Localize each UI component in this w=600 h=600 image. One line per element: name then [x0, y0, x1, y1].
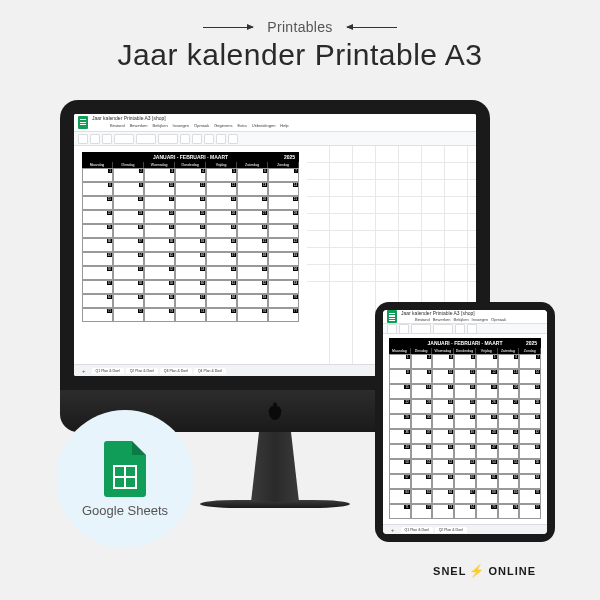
calendar-cell[interactable]: 6: [237, 168, 268, 182]
menu-bar[interactable]: Bestand Bewerken Bekijken Invoegen Opmaa…: [92, 121, 307, 131]
tool-bold-icon[interactable]: [455, 324, 465, 334]
calendar-cell[interactable]: 57: [389, 474, 411, 489]
calendar-cell[interactable]: 74: [454, 504, 476, 519]
calendar-cell[interactable]: 15: [82, 196, 113, 210]
menu-item[interactable]: Invoegen: [472, 317, 488, 322]
sheet-tab[interactable]: Q1 Plan & Doel: [92, 368, 124, 374]
tool-redo-icon[interactable]: [90, 134, 100, 144]
calendar-cell[interactable]: 56: [519, 459, 541, 474]
menu-item[interactable]: Gegevens: [214, 123, 232, 128]
calendar-cell[interactable]: 4: [175, 168, 206, 182]
calendar-cell[interactable]: 16: [411, 384, 433, 399]
calendar-cell[interactable]: 49: [519, 444, 541, 459]
calendar-cell[interactable]: 61: [206, 280, 237, 294]
calendar-cell[interactable]: 50: [389, 459, 411, 474]
tool-redo-icon[interactable]: [399, 324, 409, 334]
calendar-cell[interactable]: 11: [454, 369, 476, 384]
calendar-cell[interactable]: 23: [411, 399, 433, 414]
calendar-cell[interactable]: 5: [206, 168, 237, 182]
calendar-cell[interactable]: 65: [113, 294, 144, 308]
calendar-cell[interactable]: 65: [411, 489, 433, 504]
calendar-cell[interactable]: 76: [237, 308, 268, 322]
calendar-cell[interactable]: 30: [113, 224, 144, 238]
calendar-cell[interactable]: 13: [498, 369, 520, 384]
calendar-cell[interactable]: 41: [237, 238, 268, 252]
calendar-cell[interactable]: 58: [411, 474, 433, 489]
calendar-cell[interactable]: 61: [476, 474, 498, 489]
calendar-cell[interactable]: 73: [144, 308, 175, 322]
calendar-cell[interactable]: 53: [454, 459, 476, 474]
calendar-cell[interactable]: 31: [144, 224, 175, 238]
tool-fill-icon[interactable]: [216, 134, 226, 144]
calendar-cell[interactable]: 10: [432, 369, 454, 384]
calendar-cell[interactable]: 14: [268, 182, 299, 196]
calendar-cell[interactable]: 58: [113, 280, 144, 294]
calendar-cell[interactable]: 52: [432, 459, 454, 474]
tool-italic-icon[interactable]: [192, 134, 202, 144]
calendar-cell[interactable]: 48: [498, 444, 520, 459]
calendar-cell[interactable]: 37: [411, 429, 433, 444]
calendar-cell[interactable]: 34: [498, 414, 520, 429]
calendar-cell[interactable]: 73: [432, 504, 454, 519]
calendar-cell[interactable]: 72: [411, 504, 433, 519]
tool-font[interactable]: [158, 134, 178, 144]
sheet-tab[interactable]: Q2 Plan & Doel: [126, 368, 158, 374]
calendar-cell[interactable]: 10: [144, 182, 175, 196]
calendar-cell[interactable]: 26: [206, 210, 237, 224]
menu-bar[interactable]: Bestand Bewerken Bekijken Invoegen Opmaa…: [401, 316, 520, 324]
calendar-cell[interactable]: 20: [498, 384, 520, 399]
calendar-cell[interactable]: 47: [476, 444, 498, 459]
calendar-cell[interactable]: 26: [476, 399, 498, 414]
calendar-cell[interactable]: 23: [113, 210, 144, 224]
calendar-cell[interactable]: 33: [206, 224, 237, 238]
calendar-cell[interactable]: 34: [237, 224, 268, 238]
calendar-cell[interactable]: 29: [82, 224, 113, 238]
menu-item[interactable]: Extra: [237, 123, 246, 128]
calendar-cell[interactable]: 62: [237, 280, 268, 294]
calendar-cell[interactable]: 18: [175, 196, 206, 210]
menu-item[interactable]: Bekijken: [152, 123, 167, 128]
calendar-cell[interactable]: 32: [454, 414, 476, 429]
calendar-cell[interactable]: 42: [268, 238, 299, 252]
calendar-cell[interactable]: 8: [82, 182, 113, 196]
calendar-cell[interactable]: 28: [268, 210, 299, 224]
calendar-cell[interactable]: 43: [82, 252, 113, 266]
calendar-cell[interactable]: 64: [389, 489, 411, 504]
calendar-cell[interactable]: 67: [175, 294, 206, 308]
add-sheet-button[interactable]: +: [387, 526, 399, 534]
calendar-cell[interactable]: 13: [237, 182, 268, 196]
calendar-cell[interactable]: 43: [389, 444, 411, 459]
calendar-cell[interactable]: 36: [82, 238, 113, 252]
calendar-cell[interactable]: 59: [432, 474, 454, 489]
tool-bold-icon[interactable]: [180, 134, 190, 144]
sheet-tab[interactable]: Q1 Plan & Doel: [401, 527, 433, 533]
calendar-cell[interactable]: 46: [175, 252, 206, 266]
calendar-cell[interactable]: 39: [175, 238, 206, 252]
calendar-cell[interactable]: 38: [432, 429, 454, 444]
calendar-cell[interactable]: 27: [237, 210, 268, 224]
calendar-cell[interactable]: 59: [144, 280, 175, 294]
sheet-tab[interactable]: Q2 Plan & Doel: [435, 527, 467, 533]
calendar-cell[interactable]: 47: [206, 252, 237, 266]
calendar-cell[interactable]: 64: [82, 294, 113, 308]
menu-item[interactable]: Bewerken: [130, 123, 148, 128]
calendar-cell[interactable]: 25: [454, 399, 476, 414]
calendar-cell[interactable]: 21: [519, 384, 541, 399]
calendar-cell[interactable]: 11: [175, 182, 206, 196]
calendar-cell[interactable]: 71: [82, 308, 113, 322]
calendar-cell[interactable]: 7: [519, 354, 541, 369]
calendar-cell[interactable]: 74: [175, 308, 206, 322]
calendar-cell[interactable]: 18: [454, 384, 476, 399]
calendar-cell[interactable]: 77: [268, 308, 299, 322]
calendar-cell[interactable]: 50: [82, 266, 113, 280]
calendar-cell[interactable]: 12: [476, 369, 498, 384]
calendar-cell[interactable]: 54: [206, 266, 237, 280]
calendar-cell[interactable]: 42: [519, 429, 541, 444]
sheet-tabs[interactable]: + Q1 Plan & Doel Q2 Plan & Doel: [383, 524, 547, 534]
calendar-cell[interactable]: 4: [454, 354, 476, 369]
menu-item[interactable]: Bewerken: [433, 317, 451, 322]
calendar-cell[interactable]: 51: [411, 459, 433, 474]
calendar-cell[interactable]: 22: [389, 399, 411, 414]
calendar-cell[interactable]: 35: [519, 414, 541, 429]
tool-font[interactable]: [433, 324, 453, 334]
